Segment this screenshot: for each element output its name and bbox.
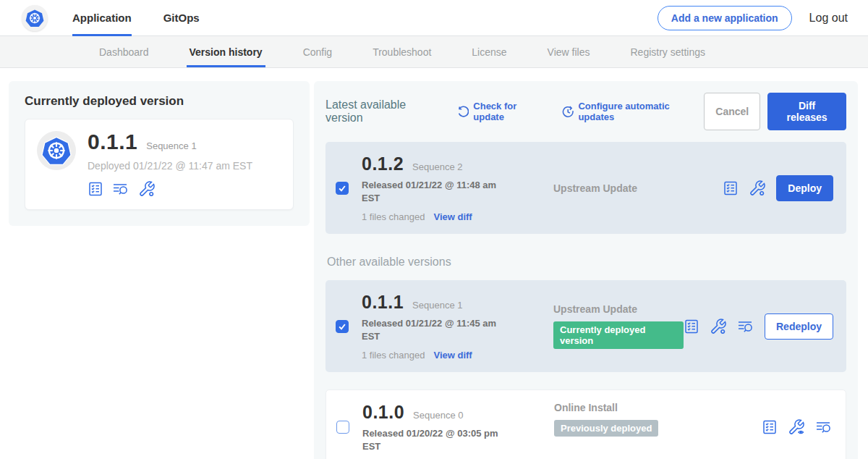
edit-config-icon[interactable] [710,318,727,335]
deployed-sequence: Sequence 1 [146,140,196,151]
top-header: Application GitOps Add a new application… [0,0,868,36]
subnav-registry-settings[interactable]: Registry settings [630,36,705,67]
version-number: 0.1.1 [362,292,404,313]
diff-select-checkbox[interactable] [336,320,349,333]
tab-gitops[interactable]: GitOps [163,0,200,36]
subnav-view-files[interactable]: View files [548,36,590,67]
app-logo [22,5,48,31]
currently-deployed-title: Currently deployed version [25,94,294,109]
edit-config-icon[interactable] [749,180,766,197]
diff-releases-button[interactable]: Diff releases [767,93,846,130]
currently-deployed-badge: Currently deployed version [553,321,684,349]
tab-application[interactable]: Application [72,0,132,36]
subnav-dashboard[interactable]: Dashboard [99,36,149,67]
subnav-troubleshoot[interactable]: Troubleshoot [373,36,431,67]
release-notes-icon[interactable] [684,319,699,334]
files-changed: 1 files changed [362,350,425,361]
version-number: 0.1.2 [362,153,404,174]
diff-select-checkbox[interactable] [336,182,349,195]
version-source: Upstream Update [553,303,684,315]
diff-select-checkbox[interactable] [336,421,349,434]
deploy-logs-icon[interactable] [112,181,129,197]
app-subnav: Dashboard Version history Config Trouble… [0,36,868,68]
latest-available-title: Latest available version [326,98,443,125]
deploy-logs-icon[interactable] [815,419,833,435]
redeploy-button[interactable]: Redeploy [765,313,833,340]
deployed-version-number: 0.1.1 [88,130,137,154]
deployed-timestamp: Deployed 01/21/22 @ 11:47 am EST [88,160,252,172]
refresh-icon [457,106,469,118]
add-application-button[interactable]: Add a new application [658,6,792,30]
version-row: 0.1.0 Sequence 0 Released 01/20/22 @ 03:… [326,389,846,459]
configure-automatic-updates-link[interactable]: Configure automatic updates [562,101,704,122]
files-changed: 1 files changed [362,211,425,222]
check-icon [338,322,346,331]
version-source: Upstream Update [553,182,723,194]
version-sequence: Sequence 1 [412,300,462,311]
view-config-icon[interactable] [788,418,805,436]
edit-config-icon[interactable] [138,180,156,198]
subnav-license[interactable]: License [472,36,506,67]
app-icon [37,131,76,170]
released-timestamp: Released 01/21/22 @ 11:45 am EST [362,317,499,342]
deploy-logs-icon[interactable] [737,319,754,334]
kubernetes-icon [25,9,44,28]
logout-button[interactable]: Log out [809,12,848,25]
released-timestamp: Released 01/21/22 @ 11:48 am EST [362,179,499,204]
release-notes-icon[interactable] [762,419,778,435]
release-notes-icon[interactable] [723,180,739,196]
subnav-version-history[interactable]: Version history [190,36,263,67]
version-source: Online Install [554,402,762,413]
version-row: 0.1.1 Sequence 1 Released 01/21/22 @ 11:… [326,280,846,372]
version-row: 0.1.2 Sequence 2 Released 01/21/22 @ 11:… [326,142,846,234]
check-icon [338,184,346,193]
view-diff-link[interactable]: View diff [433,211,472,222]
previously-deployed-badge: Previously deployed [554,420,658,437]
view-diff-link[interactable]: View diff [433,350,472,361]
release-notes-icon[interactable] [88,181,103,197]
deploy-button[interactable]: Deploy [776,175,833,201]
cancel-button[interactable]: Cancel [704,93,760,130]
currently-deployed-panel: Currently deployed version 0.1 [9,81,310,226]
version-sequence: Sequence 0 [413,410,463,421]
other-versions-heading: Other available versions [327,256,846,269]
version-number: 0.1.0 [362,402,404,423]
check-for-update-link[interactable]: Check for update [457,101,548,122]
kubernetes-icon [41,135,72,166]
version-history-panel: Latest available version Check for updat… [314,81,858,459]
subnav-config[interactable]: Config [303,36,332,67]
version-sequence: Sequence 2 [412,161,462,172]
released-timestamp: Released 01/20/22 @ 03:05 pm EST [362,427,500,452]
update-schedule-icon [562,106,574,118]
deployed-version-card: 0.1.1 Sequence 1 Deployed 01/21/22 @ 11:… [25,119,294,210]
